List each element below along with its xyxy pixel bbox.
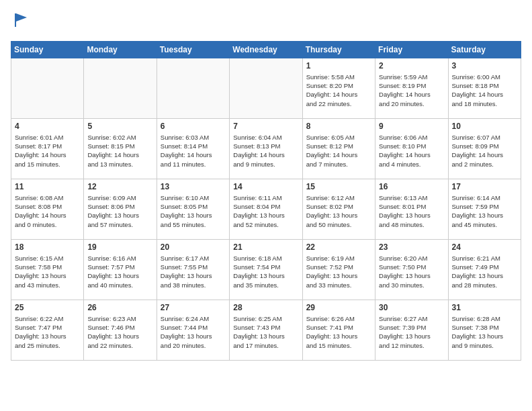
day-number: 10 [452,122,517,131]
calendar-cell: 14Sunrise: 6:11 AM Sunset: 8:04 PM Dayli… [230,179,302,239]
day-info: Sunrise: 6:17 AM Sunset: 7:55 PM Dayligh… [161,254,226,289]
calendar-cell: 26Sunrise: 6:23 AM Sunset: 7:46 PM Dayli… [84,300,157,360]
calendar-week-row: 11Sunrise: 6:08 AM Sunset: 8:08 PM Dayli… [11,179,521,239]
calendar-cell: 3Sunrise: 6:00 AM Sunset: 8:18 PM Daylig… [448,58,521,118]
day-number: 7 [233,122,298,131]
calendar-cell: 23Sunrise: 6:20 AM Sunset: 7:50 PM Dayli… [375,239,448,300]
day-number: 8 [306,122,371,131]
day-info: Sunrise: 6:11 AM Sunset: 8:04 PM Dayligh… [233,193,298,229]
day-info: Sunrise: 6:14 AM Sunset: 7:59 PM Dayligh… [452,193,517,229]
weekday-header-friday: Friday [375,41,448,58]
calendar-cell: 20Sunrise: 6:17 AM Sunset: 7:55 PM Dayli… [157,239,229,300]
calendar-cell: 10Sunrise: 6:07 AM Sunset: 8:09 PM Dayli… [448,118,521,179]
calendar-cell: 28Sunrise: 6:25 AM Sunset: 7:43 PM Dayli… [230,300,302,360]
calendar-cell: 6Sunrise: 6:03 AM Sunset: 8:14 PM Daylig… [157,118,229,179]
day-info: Sunrise: 6:22 AM Sunset: 7:47 PM Dayligh… [15,314,80,350]
svg-marker-0 [15,13,27,27]
day-number: 17 [452,182,517,191]
day-info: Sunrise: 6:07 AM Sunset: 8:09 PM Dayligh… [452,133,517,169]
calendar-week-row: 18Sunrise: 6:15 AM Sunset: 7:58 PM Dayli… [11,239,521,300]
day-info: Sunrise: 6:25 AM Sunset: 7:43 PM Dayligh… [233,314,298,350]
day-number: 16 [379,182,444,191]
calendar-cell: 5Sunrise: 6:02 AM Sunset: 8:15 PM Daylig… [84,118,157,179]
day-number: 6 [161,122,226,131]
calendar-cell [84,58,157,118]
calendar-cell: 31Sunrise: 6:28 AM Sunset: 7:38 PM Dayli… [448,300,521,360]
logo-flag-icon [12,11,31,30]
day-info: Sunrise: 6:03 AM Sunset: 8:14 PM Dayligh… [161,133,226,169]
weekday-header-saturday: Saturday [448,41,521,58]
weekday-header-thursday: Thursday [302,41,375,58]
day-info: Sunrise: 6:06 AM Sunset: 8:10 PM Dayligh… [379,133,444,169]
day-number: 25 [15,303,80,312]
calendar-cell: 2Sunrise: 5:59 AM Sunset: 8:19 PM Daylig… [375,58,448,118]
day-number: 19 [87,242,152,252]
day-info: Sunrise: 6:05 AM Sunset: 8:12 PM Dayligh… [306,133,371,169]
day-number: 1 [306,61,371,71]
day-number: 31 [452,303,517,312]
day-number: 21 [233,242,298,252]
calendar-cell: 8Sunrise: 6:05 AM Sunset: 8:12 PM Daylig… [302,118,375,179]
weekday-header-wednesday: Wednesday [230,41,302,58]
calendar-cell: 17Sunrise: 6:14 AM Sunset: 7:59 PM Dayli… [448,179,521,239]
day-number: 15 [306,182,371,191]
day-number: 2 [379,61,444,71]
day-info: Sunrise: 6:18 AM Sunset: 7:54 PM Dayligh… [233,254,298,289]
day-info: Sunrise: 5:59 AM Sunset: 8:19 PM Dayligh… [379,73,444,108]
calendar-cell: 9Sunrise: 6:06 AM Sunset: 8:10 PM Daylig… [375,118,448,179]
day-number: 9 [379,122,444,131]
day-number: 24 [452,242,517,252]
day-number: 20 [161,242,226,252]
calendar-cell: 7Sunrise: 6:04 AM Sunset: 8:13 PM Daylig… [230,118,302,179]
day-info: Sunrise: 6:13 AM Sunset: 8:01 PM Dayligh… [379,193,444,229]
day-number: 30 [379,303,444,312]
day-info: Sunrise: 6:08 AM Sunset: 8:08 PM Dayligh… [15,193,80,229]
day-info: Sunrise: 5:58 AM Sunset: 8:20 PM Dayligh… [306,73,371,108]
calendar-cell [230,58,302,118]
calendar-week-row: 25Sunrise: 6:22 AM Sunset: 7:47 PM Dayli… [11,300,521,360]
day-info: Sunrise: 6:16 AM Sunset: 7:57 PM Dayligh… [87,254,152,289]
calendar-week-row: 1Sunrise: 5:58 AM Sunset: 8:20 PM Daylig… [11,58,521,118]
calendar-cell: 29Sunrise: 6:26 AM Sunset: 7:41 PM Dayli… [302,300,375,360]
day-info: Sunrise: 6:26 AM Sunset: 7:41 PM Dayligh… [306,314,371,350]
calendar-cell: 15Sunrise: 6:12 AM Sunset: 8:02 PM Dayli… [302,179,375,239]
day-info: Sunrise: 6:00 AM Sunset: 8:18 PM Dayligh… [452,73,517,108]
calendar-cell: 11Sunrise: 6:08 AM Sunset: 8:08 PM Dayli… [11,179,84,239]
day-number: 27 [161,303,226,312]
calendar-cell: 1Sunrise: 5:58 AM Sunset: 8:20 PM Daylig… [302,58,375,118]
day-number: 14 [233,182,298,191]
calendar-cell: 21Sunrise: 6:18 AM Sunset: 7:54 PM Dayli… [230,239,302,300]
logo [11,11,31,33]
day-info: Sunrise: 6:09 AM Sunset: 8:06 PM Dayligh… [87,193,152,229]
day-number: 22 [306,242,371,252]
weekday-header-sunday: Sunday [11,41,84,58]
page-header [11,11,521,33]
calendar-cell: 27Sunrise: 6:24 AM Sunset: 7:44 PM Dayli… [157,300,229,360]
calendar-cell: 19Sunrise: 6:16 AM Sunset: 7:57 PM Dayli… [84,239,157,300]
day-info: Sunrise: 6:01 AM Sunset: 8:17 PM Dayligh… [15,133,80,169]
day-info: Sunrise: 6:02 AM Sunset: 8:15 PM Dayligh… [87,133,152,169]
day-number: 4 [15,122,80,131]
day-info: Sunrise: 6:23 AM Sunset: 7:46 PM Dayligh… [87,314,152,350]
day-number: 12 [87,182,152,191]
day-info: Sunrise: 6:19 AM Sunset: 7:52 PM Dayligh… [306,254,371,289]
day-number: 23 [379,242,444,252]
day-info: Sunrise: 6:12 AM Sunset: 8:02 PM Dayligh… [306,193,371,229]
day-info: Sunrise: 6:21 AM Sunset: 7:49 PM Dayligh… [452,254,517,289]
calendar-cell: 12Sunrise: 6:09 AM Sunset: 8:06 PM Dayli… [84,179,157,239]
calendar-cell: 22Sunrise: 6:19 AM Sunset: 7:52 PM Dayli… [302,239,375,300]
day-info: Sunrise: 6:15 AM Sunset: 7:58 PM Dayligh… [15,254,80,289]
day-number: 28 [233,303,298,312]
weekday-header-row: SundayMondayTuesdayWednesdayThursdayFrid… [11,41,521,58]
calendar-cell: 16Sunrise: 6:13 AM Sunset: 8:01 PM Dayli… [375,179,448,239]
day-number: 5 [87,122,152,131]
day-info: Sunrise: 6:20 AM Sunset: 7:50 PM Dayligh… [379,254,444,289]
day-info: Sunrise: 6:04 AM Sunset: 8:13 PM Dayligh… [233,133,298,169]
calendar-cell: 18Sunrise: 6:15 AM Sunset: 7:58 PM Dayli… [11,239,84,300]
day-info: Sunrise: 6:10 AM Sunset: 8:05 PM Dayligh… [161,193,226,229]
day-number: 11 [15,182,80,191]
day-number: 13 [161,182,226,191]
day-number: 29 [306,303,371,312]
day-number: 18 [15,242,80,252]
weekday-header-monday: Monday [84,41,157,58]
